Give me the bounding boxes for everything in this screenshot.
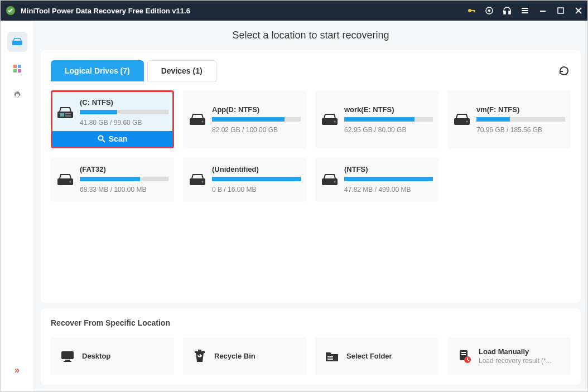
svg-rect-18	[13, 69, 17, 72]
specific-card-title: Select Folder	[346, 352, 430, 360]
sidebar: »	[1, 21, 34, 391]
svg-point-24	[98, 136, 103, 141]
svg-rect-41	[195, 351, 205, 353]
drive-icon	[56, 106, 74, 119]
svg-rect-8	[522, 8, 528, 9]
svg-rect-47	[461, 354, 466, 355]
title-bar: MiniTool Power Data Recovery Free Editio…	[1, 1, 587, 21]
svg-point-5	[489, 10, 490, 12]
tab-logical-drives[interactable]: Logical Drives (7)	[51, 60, 144, 81]
folder-icon	[324, 349, 340, 364]
load-icon	[456, 349, 472, 364]
sidebar-item-apps[interactable]	[7, 59, 27, 79]
svg-rect-40	[64, 361, 71, 362]
drive-label: vm(F: NTFS)	[476, 105, 565, 114]
svg-rect-39	[65, 360, 70, 361]
sidebar-item-recover[interactable]	[7, 32, 27, 52]
drive-info: (FAT32)68.33 MB / 100.00 MB	[80, 165, 168, 193]
drive-usage-bar	[344, 117, 433, 122]
svg-rect-43	[327, 356, 333, 357]
drive-usage-bar	[476, 117, 565, 122]
specific-location-grid: DesktopRecycle BinSelect FolderLoad Manu…	[51, 337, 571, 375]
specific-location-header: Recover From Specific Location	[51, 318, 571, 327]
svg-rect-11	[540, 11, 546, 12]
drive-card[interactable]: (Unidentified)0 B / 16.00 MB	[183, 157, 306, 201]
specific-location-card[interactable]: Recycle Bin	[183, 337, 306, 375]
drive-size: 62.95 GB / 80.00 GB	[344, 126, 433, 134]
page-title: Select a location to start recovering	[41, 21, 581, 50]
app-title: MiniTool Power Data Recovery Free Editio…	[21, 7, 467, 15]
svg-rect-7	[509, 11, 510, 14]
drive-usage-bar	[80, 177, 168, 181]
drive-icon	[189, 173, 206, 186]
app-icon	[5, 5, 16, 16]
specific-card-sub: Load recovery result (*...	[479, 357, 562, 365]
specific-location-card[interactable]: Select Folder	[315, 337, 438, 375]
recycle-icon	[192, 349, 208, 364]
drive-usage-bar	[212, 177, 301, 181]
drive-info: work(E: NTFS)62.95 GB / 80.00 GB	[344, 105, 433, 134]
drive-label: (NTFS)	[344, 165, 433, 173]
desktop-icon	[60, 349, 75, 364]
expand-sidebar-icon[interactable]: »	[7, 360, 27, 380]
drive-label: (Unidentified)	[212, 165, 301, 173]
tab-devices[interactable]: Devices (1)	[147, 60, 216, 81]
drive-icon	[321, 113, 339, 126]
drive-icon	[189, 113, 206, 126]
disc-icon[interactable]	[485, 6, 494, 15]
drive-icon	[321, 173, 339, 186]
refresh-icon[interactable]	[557, 64, 571, 78]
drives-grid: (C: NTFS)41.80 GB / 99.60 GBScanApp(D: N…	[51, 90, 571, 201]
svg-point-27	[202, 121, 204, 123]
drive-card[interactable]: (FAT32)68.33 MB / 100.00 MB	[51, 157, 174, 201]
specific-location-card[interactable]: Load ManuallyLoad recovery result (*...	[447, 337, 571, 375]
specific-card-title: Recycle Bin	[214, 352, 297, 360]
drive-info: (C: NTFS)41.80 GB / 99.60 GB	[80, 98, 168, 127]
specific-card-text: Load ManuallyLoad recovery result (*...	[479, 347, 562, 365]
key-icon[interactable]	[467, 6, 476, 15]
drive-icon	[56, 173, 74, 186]
svg-rect-10	[522, 12, 528, 13]
svg-rect-17	[18, 65, 21, 68]
scan-button[interactable]: Scan	[52, 131, 172, 147]
drive-info: vm(F: NTFS)70.96 GB / 185.56 GB	[476, 105, 565, 134]
svg-point-35	[202, 181, 204, 182]
drive-card[interactable]: App(D: NTFS)82.02 GB / 100.00 GB	[183, 90, 306, 148]
svg-rect-42	[198, 350, 201, 351]
svg-rect-19	[18, 69, 21, 72]
svg-rect-21	[60, 113, 64, 117]
close-icon[interactable]	[574, 6, 583, 15]
drive-label: (C: NTFS)	[80, 98, 168, 107]
specific-location-section: Recover From Specific Location DesktopRe…	[41, 308, 581, 385]
sidebar-item-settings[interactable]	[7, 85, 27, 105]
specific-card-text: Desktop	[82, 352, 165, 360]
drive-info: (Unidentified)0 B / 16.00 MB	[212, 165, 301, 193]
drive-card[interactable]: (C: NTFS)41.80 GB / 99.60 GBScan	[51, 90, 174, 148]
drive-size: 82.02 GB / 100.00 GB	[212, 126, 301, 134]
minimize-icon[interactable]	[538, 6, 547, 15]
svg-rect-15	[12, 41, 22, 45]
svg-point-29	[334, 121, 336, 123]
drive-label: (FAT32)	[80, 165, 168, 173]
drive-card[interactable]: (NTFS)47.82 MB / 499.00 MB	[315, 157, 438, 201]
svg-rect-16	[13, 65, 17, 68]
drive-icon	[453, 113, 471, 126]
headphones-icon[interactable]	[503, 6, 512, 15]
svg-point-31	[466, 121, 468, 123]
menu-icon[interactable]	[520, 6, 529, 15]
svg-rect-6	[504, 11, 505, 14]
drive-card[interactable]: vm(F: NTFS)70.96 GB / 185.56 GB	[447, 90, 571, 148]
maximize-icon[interactable]	[556, 6, 565, 15]
specific-location-card[interactable]: Desktop	[51, 337, 174, 375]
svg-rect-38	[61, 351, 74, 359]
drive-info: App(D: NTFS)82.02 GB / 100.00 GB	[212, 105, 301, 134]
drive-size: 41.80 GB / 99.60 GB	[80, 119, 168, 127]
svg-point-33	[70, 181, 71, 182]
svg-rect-3	[474, 10, 475, 12]
drive-usage-bar	[80, 110, 168, 114]
svg-rect-46	[461, 352, 466, 353]
drive-label: App(D: NTFS)	[212, 105, 301, 114]
drive-card[interactable]: work(E: NTFS)62.95 GB / 80.00 GB	[315, 90, 438, 148]
specific-card-title: Load Manually	[479, 347, 562, 356]
drive-label: work(E: NTFS)	[344, 105, 433, 114]
